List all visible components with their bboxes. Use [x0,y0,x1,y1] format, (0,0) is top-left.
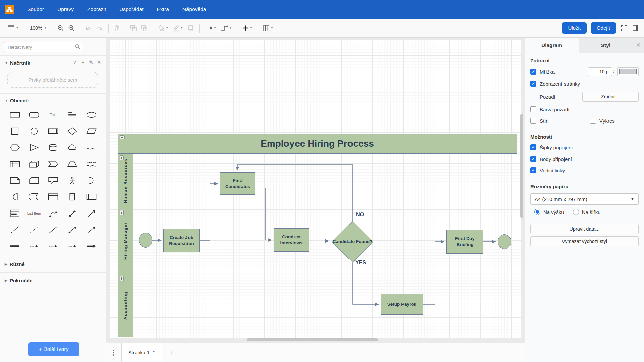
shape-ellipse[interactable] [82,108,101,121]
shape-circle[interactable] [24,124,44,138]
sketch-checkbox[interactable] [590,118,596,124]
guides-checkbox[interactable] [530,167,536,173]
shape-and[interactable] [5,190,24,203]
shape-or[interactable] [82,174,101,187]
shape-trapezoid[interactable] [63,157,82,171]
pool-title-bar[interactable]: Employee Hiring Process [118,134,517,154]
node-conduct-interviews[interactable]: Conduct Interviews [274,228,309,252]
grid-size-stepper[interactable]: ▲▼ [613,70,615,74]
shape-triangle[interactable] [24,141,44,154]
scratchpad-help-icon[interactable]: ? [73,60,76,66]
shape-process[interactable] [44,124,63,138]
shape-dashed-edge[interactable] [24,239,44,253]
menu-extra[interactable]: Extra [150,3,176,15]
shape-curve[interactable] [44,206,63,220]
fill-color-button[interactable]: ▼ [156,23,171,33]
toggle-format-panel-button[interactable] [632,25,639,31]
lane-human-resources[interactable]: Human Resources [118,154,517,208]
shape-line[interactable] [44,223,63,236]
lane-collapse-icon[interactable] [120,210,124,215]
page-tab-stranka-1[interactable]: Stránka-1 ⌃ [121,343,162,362]
misc-section-header[interactable]: ▶ Různé [0,256,106,272]
shape-data-storage[interactable] [24,190,44,203]
shape-rounded-rectangle[interactable] [24,108,44,121]
lane-hiring-manager-header[interactable]: Hiring Manager [118,208,133,274]
connection-arrow-button[interactable]: ▼ [203,24,219,32]
scratchpad-dropzone[interactable]: Prvky přetáhněte sem [7,72,98,88]
shape-container[interactable] [44,190,63,203]
menu-upravy[interactable]: Úpravy [51,3,80,15]
shape-card[interactable] [24,174,44,187]
search-icon[interactable] [75,44,80,50]
grid-size-input[interactable]: 10 pt [588,67,612,76]
tab-diagram[interactable]: Diagram [525,38,579,53]
fullscreen-button[interactable] [621,25,628,32]
shape-dashed-line[interactable] [5,223,24,236]
zoom-out-button[interactable] [66,23,77,33]
scratchpad-close-icon[interactable]: ✕ [97,60,101,66]
menu-napoveda[interactable]: Nápověda [176,3,213,15]
shape-note[interactable] [5,174,24,187]
shape-rectangle[interactable] [5,108,24,121]
horizontal-scrollbar[interactable] [247,338,378,341]
shape-list-item[interactable]: List Item [24,206,44,220]
grid-color-button[interactable] [617,67,639,76]
background-color-checkbox[interactable] [530,106,536,112]
landscape-radio[interactable] [573,209,579,215]
shape-vertical-container[interactable] [63,190,82,203]
shape-horizontal-container[interactable] [82,190,101,203]
shape-square[interactable] [5,124,24,138]
shape-diamond[interactable] [63,124,82,138]
shape-step[interactable] [44,157,63,171]
shape-link[interactable] [5,239,24,253]
advanced-section-header[interactable]: ▶ Pokročilé [0,272,106,288]
zoom-level-button[interactable]: 100% ▼ [27,24,49,33]
scratchpad-add-icon[interactable]: ＋ [80,60,85,66]
diagram-page[interactable]: Employee Hiring Process Human Resources … [110,40,521,338]
menu-usporadat[interactable]: Uspořádat [113,3,150,15]
edit-data-button[interactable]: Upravit data... [530,224,639,234]
waypoint-style-button[interactable]: ▼ [219,23,234,33]
node-setup-payroll[interactable]: Setup Payroll [381,294,423,315]
lane-accounting[interactable]: Accounting [118,274,517,337]
scratchpad-header[interactable]: ▼ Náčrtník ? ＋ ✎ ✕ [0,56,106,70]
node-start-event[interactable] [139,233,152,248]
more-shapes-button[interactable]: + Další tvary [28,342,79,356]
menu-soubor[interactable]: Soubor [20,3,51,15]
shape-list[interactable] [5,206,24,220]
to-back-button[interactable] [139,23,150,33]
shape-cloud[interactable] [63,141,82,154]
page-view-button[interactable]: ▼ [5,23,21,33]
shape-parallelogram[interactable] [82,124,101,138]
save-button[interactable]: Uložit [562,22,587,34]
exit-button[interactable]: Odejít [591,22,616,34]
portrait-radio[interactable] [534,209,540,215]
search-input[interactable] [4,42,83,52]
zoom-in-button[interactable] [55,23,66,33]
shape-actor[interactable] [63,174,82,187]
node-find-candidates[interactable]: Find Candidates [220,172,255,195]
node-create-job-requisition[interactable]: Create Job Requisition [163,229,200,252]
undo-button[interactable] [83,23,94,33]
lane-collapse-icon[interactable] [120,276,124,281]
general-section-header[interactable]: ▼ Obecné [0,94,106,107]
connection-points-checkbox[interactable] [530,156,536,162]
vertical-scrollbar[interactable] [520,114,523,218]
close-icon[interactable]: ✕ [633,38,644,53]
shape-double-arrow[interactable] [63,223,82,236]
shape-tape[interactable] [82,157,101,171]
shape-text[interactable]: Text [44,108,63,121]
change-background-button[interactable]: Změnit... [582,92,639,102]
lane-human-resources-header[interactable]: Human Resources [118,154,133,208]
shape-bold-arrow[interactable] [82,239,101,253]
shape-callout[interactable] [44,174,63,187]
portrait-option[interactable]: Na výšku [534,209,564,215]
line-color-button[interactable]: ▼ [171,23,185,33]
scratchpad-edit-icon[interactable]: ✎ [89,60,93,66]
node-end-event[interactable] [498,234,511,249]
delete-button[interactable] [112,23,122,33]
shape-cylinder[interactable] [44,141,63,154]
pages-menu-button[interactable] [106,343,121,362]
grid-checkbox[interactable] [530,69,536,75]
connection-arrows-checkbox[interactable] [530,144,536,150]
